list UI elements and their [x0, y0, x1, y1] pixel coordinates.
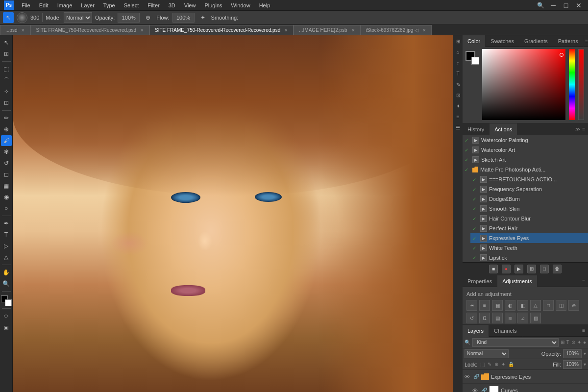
menu-type[interactable]: Type [99, 1, 119, 9]
action-item-perfect-hair[interactable]: ✓ ▶ Perfect Hair [470, 223, 588, 233]
vert-tool-7[interactable]: ✦ [454, 102, 462, 110]
menu-view[interactable]: View [180, 1, 200, 9]
vert-tool-5[interactable]: ✎ [454, 80, 462, 88]
tab-adjustments[interactable]: Adjustments [497, 275, 538, 287]
tab-properties[interactable]: Properties [463, 275, 497, 287]
gradient-btn[interactable]: ▦ [1, 180, 12, 191]
opacity-input[interactable] [118, 13, 140, 23]
record-button[interactable]: ● [502, 265, 511, 273]
opacity-arrow[interactable]: ▾ [584, 351, 586, 356]
adj-color-balance-icon[interactable]: □ [543, 300, 554, 311]
restore-button[interactable]: □ [561, 0, 571, 11]
layer-filter-on[interactable]: ● [583, 340, 586, 345]
stop-button[interactable]: ■ [489, 265, 498, 273]
close-tab-1[interactable]: ✕ [21, 28, 25, 33]
menu-plugins[interactable]: Plugins [200, 1, 226, 9]
vert-tool-6[interactable]: ⊡ [454, 91, 462, 99]
tab-patterns[interactable]: Patterns [553, 35, 584, 47]
tab-channels[interactable]: Channels [489, 325, 522, 337]
tab-history[interactable]: History [463, 123, 490, 135]
layers-blend-mode[interactable]: Normal [465, 349, 509, 358]
adj-invert-icon[interactable]: ▤ [492, 313, 503, 323]
opacity-value[interactable] [563, 349, 582, 358]
layer-filter-icon2[interactable]: T [566, 340, 569, 345]
action-item-dodge-burn[interactable]: ✓ ▶ Dodge&Burn [470, 194, 588, 204]
zoom-tool-btn[interactable]: 🔍 [1, 278, 12, 289]
close-tab-2[interactable]: ✕ [140, 28, 144, 33]
close-tab-3[interactable]: ✕ [284, 28, 288, 33]
vert-tool-9[interactable]: ☰ [454, 123, 462, 131]
vert-tool-8[interactable]: ≡ [454, 113, 462, 121]
eraser-btn[interactable]: ◻ [1, 169, 12, 180]
marquee-tool-btn[interactable]: ⬚ [1, 64, 12, 74]
color-gradient-picker[interactable] [482, 49, 565, 121]
lock-image-icon[interactable]: ✎ [488, 362, 491, 367]
adj-photo-filter-icon[interactable]: ⊕ [568, 300, 579, 311]
adj-channel-mixer-icon[interactable]: ↺ [466, 313, 477, 323]
pressure-icon[interactable]: ✦ [197, 12, 208, 23]
tab-actions[interactable]: Actions [490, 123, 517, 135]
screen-mode-btn[interactable]: ▣ [1, 322, 12, 333]
tab-layers[interactable]: Layers [463, 325, 489, 337]
menu-window[interactable]: Window [227, 1, 254, 9]
menu-3d[interactable]: 3D [165, 1, 179, 9]
action-item-retouching[interactable]: ✓ ▶ ===RETOUCHING ACTIO... [470, 174, 588, 184]
menu-help[interactable]: Help [255, 1, 274, 9]
vert-tool-4[interactable]: T [454, 70, 462, 77]
dodge-btn[interactable]: ○ [1, 203, 12, 214]
artboard-tool-btn[interactable]: ⊞ [1, 49, 12, 59]
brush-tool-btn[interactable]: 🖌 [1, 135, 12, 146]
adj-color-lookup-icon[interactable]: Ω [479, 313, 490, 323]
quick-select-btn[interactable]: ✧ [1, 86, 12, 97]
lasso-tool-btn[interactable]: ⌒ [1, 75, 12, 86]
path-select-btn[interactable]: ▷ [1, 241, 12, 251]
close-tab-5[interactable]: ✕ [422, 28, 426, 33]
blur-btn[interactable]: ◉ [1, 192, 12, 202]
search-icon[interactable]: 🔍 [535, 0, 546, 11]
play-button[interactable]: ▶ [514, 265, 523, 273]
props-menu[interactable]: ≡ [582, 278, 588, 284]
hand-tool-btn[interactable]: ✋ [1, 267, 12, 278]
action-item-watercolor-painting[interactable]: ✓ ▶ Watercolor Painting [463, 135, 588, 145]
adj-threshold-icon[interactable]: ⊿ [517, 313, 528, 323]
layer-eye-icon[interactable]: 👁 [472, 388, 479, 392]
adj-vibrance-icon[interactable]: ◧ [517, 300, 528, 311]
fill-value[interactable] [563, 360, 582, 369]
actions-expand-icon[interactable]: ≫ [575, 126, 580, 132]
mode-select[interactable]: Normal [64, 12, 92, 23]
move-tool[interactable]: ↖ [3, 12, 14, 23]
fg-bg-colors[interactable] [1, 295, 12, 306]
adj-levels-icon[interactable]: ▦ [492, 300, 503, 311]
new-action-button[interactable]: □ [540, 265, 549, 273]
flow-input[interactable] [172, 13, 195, 23]
vert-tool-3[interactable]: ↕ [454, 59, 462, 67]
doc-tab-1[interactable]: ...psd ✕ [0, 25, 30, 35]
close-tab-4[interactable]: ✕ [351, 28, 355, 33]
hue-bar[interactable] [569, 49, 575, 120]
spot-heal-btn[interactable]: ⊕ [1, 124, 12, 135]
shape-tool-btn[interactable]: △ [1, 252, 12, 263]
adj-curves-icon[interactable]: ≡ [479, 300, 490, 311]
bg-swatch[interactable] [471, 57, 479, 65]
fill-arrow[interactable]: ▾ [584, 362, 586, 367]
tab-color[interactable]: Color [463, 35, 486, 47]
menu-file[interactable]: File [18, 1, 34, 9]
canvas-area[interactable] [13, 35, 453, 392]
doc-tab-3[interactable]: SITE FRAME_750-Recovered-Recovered-Recov… [149, 25, 294, 35]
layers-menu[interactable]: ≡ [582, 328, 588, 333]
type-tool-btn[interactable]: T [1, 229, 12, 240]
layer-expressive-eyes[interactable]: 👁 🔗 Expressive Eyes [463, 370, 588, 384]
action-item-expressive-eyes[interactable]: ✓ ▶ Expressive Eyes [470, 233, 588, 243]
actions-menu-icon[interactable]: ≡ [582, 126, 585, 132]
action-item-white-teeth[interactable]: ✓ ▶ White Teeth [470, 243, 588, 253]
action-item-lipstick[interactable]: ✓ ▶ Lipstick [470, 253, 588, 262]
alpha-bar[interactable] [578, 49, 584, 120]
delete-action-button[interactable]: 🗑 [553, 265, 562, 273]
tab-gradients[interactable]: Gradients [519, 35, 553, 47]
action-item-watercolor-art[interactable]: ✓ ▶ Watercolor Art [463, 145, 588, 155]
adj-bw-icon[interactable]: ◫ [556, 300, 566, 311]
clone-stamp-btn[interactable]: ✾ [1, 147, 12, 157]
vert-tool-1[interactable]: ⊞ [454, 37, 462, 45]
menu-select[interactable]: Select [120, 1, 143, 9]
menu-image[interactable]: Image [53, 1, 76, 9]
